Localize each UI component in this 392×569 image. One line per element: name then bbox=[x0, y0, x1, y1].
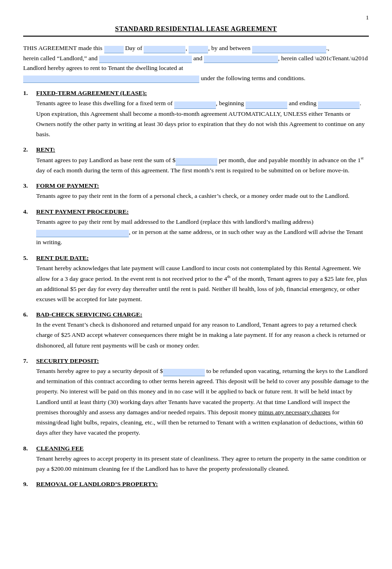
section-6-num: 6. bbox=[23, 311, 36, 318]
section-8-num: 8. bbox=[23, 445, 36, 452]
section-2-title: RENT: bbox=[36, 146, 55, 153]
field-lease-start[interactable] bbox=[246, 101, 287, 109]
intro-text5: under the following terms and conditions… bbox=[201, 75, 305, 82]
section-6: 6. BAD-CHECK SERVICING CHARGE: In the ev… bbox=[23, 311, 369, 351]
and2-label: and bbox=[193, 55, 204, 62]
section-8-title: CLEANING FEE bbox=[36, 445, 83, 452]
intro-text4: herein called \u201cTenant.\u201d bbox=[281, 55, 368, 62]
section-3: 3. FORM OF PAYMENT: Tenants agree to pay… bbox=[23, 182, 369, 201]
section-8-body: Tenant hereby agrees to accept property … bbox=[36, 454, 369, 474]
field-day-number[interactable] bbox=[104, 46, 124, 53]
field-month[interactable] bbox=[144, 46, 185, 53]
by-and-between-label: by and between bbox=[211, 44, 252, 51]
section-4-num: 4. bbox=[23, 208, 36, 215]
section-3-title: FORM OF PAYMENT: bbox=[36, 182, 99, 190]
field-lease-end[interactable] bbox=[318, 101, 360, 109]
field-security-deposit[interactable] bbox=[163, 369, 205, 376]
field-mailing-address[interactable] bbox=[36, 230, 129, 237]
field-landlord-address[interactable] bbox=[99, 56, 192, 63]
section-5-num: 5. bbox=[23, 254, 36, 262]
section-7: 7. SECURITY DEPOSIT: Tenants hereby agre… bbox=[23, 357, 369, 438]
section-2-body: Tenant agrees to pay Landlord as base re… bbox=[36, 155, 369, 176]
underline-deposit-text: minus any necessary charges bbox=[258, 409, 330, 416]
section-3-num: 3. bbox=[23, 182, 36, 190]
title-divider bbox=[23, 36, 369, 37]
intro-text1: THIS AGREEMENT made this bbox=[23, 44, 102, 51]
field-landlord-name[interactable] bbox=[252, 46, 326, 53]
field-property-address[interactable] bbox=[23, 76, 199, 83]
section-8: 8. CLEANING FEE Tenant hereby agrees to … bbox=[23, 445, 369, 474]
section-6-body: In the event Tenant’s check is dishonore… bbox=[36, 320, 369, 351]
section-7-body: Tenants hereby agree to pay a security d… bbox=[36, 366, 369, 438]
field-lease-term[interactable] bbox=[174, 101, 216, 109]
section-9-title: REMOVAL OF LANDLORD’S PROPERTY: bbox=[36, 480, 158, 488]
field-rent-amount[interactable] bbox=[176, 158, 217, 165]
section-4: 4. RENT PAYMENT PROCEDURE: Tenants agree… bbox=[23, 208, 369, 248]
section-6-title: BAD-CHECK SERVICING CHARGE: bbox=[36, 311, 142, 318]
section-2: 2. RENT: Tenant agrees to pay Landlord a… bbox=[23, 146, 369, 176]
section-3-body: Tenants agree to pay their rent in the f… bbox=[36, 191, 369, 201]
section-5: 5. RENT DUE DATE: Tenant hereby acknowle… bbox=[23, 254, 369, 305]
section-7-num: 7. bbox=[23, 357, 36, 365]
section-9-num: 9. bbox=[23, 480, 36, 488]
page-number: 1 bbox=[23, 14, 369, 21]
section-4-body: Tenants agree to pay their rent by mail … bbox=[36, 217, 369, 248]
section-1-num: 1. bbox=[23, 89, 36, 97]
section-1-body: Tenants agree to lease this dwelling for… bbox=[36, 98, 369, 139]
intro-text3: herein called “Landlord,” and bbox=[23, 55, 97, 62]
section-9: 9. REMOVAL OF LANDLORD’S PROPERTY: bbox=[23, 480, 369, 488]
section-5-body: Tenant hereby acknowledges that late pay… bbox=[36, 263, 369, 305]
field-year[interactable] bbox=[189, 46, 208, 53]
intro-paragraph: THIS AGREEMENT made this Day of , , by a… bbox=[23, 43, 369, 83]
section-4-title: RENT PAYMENT PROCEDURE: bbox=[36, 208, 129, 215]
document-title: STANDARD RESIDENTIAL LEASE AGREEMENT bbox=[23, 25, 369, 33]
field-tenant-name[interactable] bbox=[204, 56, 278, 63]
section-1: 1. FIXED-TERM AGREEMENT (LEASE): Tenants… bbox=[23, 89, 369, 139]
day-of-label: Day of bbox=[125, 44, 144, 51]
section-1-title: FIXED-TERM AGREEMENT (LEASE): bbox=[36, 89, 147, 97]
section-7-title: SECURITY DEPOSIT: bbox=[36, 357, 99, 365]
section-5-title: RENT DUE DATE: bbox=[36, 254, 89, 262]
section-2-num: 2. bbox=[23, 146, 36, 153]
